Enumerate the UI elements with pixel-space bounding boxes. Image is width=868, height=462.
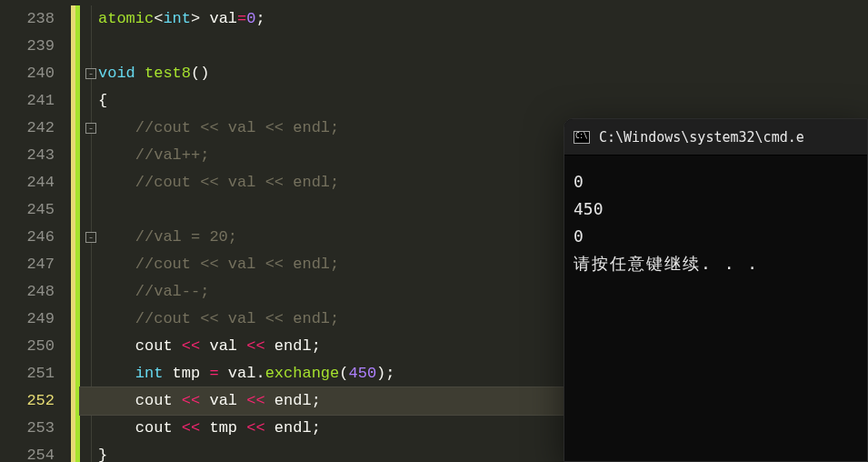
console-title: C:\Windows\system32\cmd.e [599, 129, 804, 146]
fold-toggle-icon[interactable]: - [85, 232, 96, 243]
cmd-icon [574, 131, 590, 144]
code-token: ; [255, 10, 264, 27]
line-number: 245 [0, 196, 55, 224]
change-marker [71, 5, 80, 33]
code-token: << [246, 337, 264, 355]
code-token: //val = 20; [98, 228, 237, 246]
code-token: ; [385, 365, 394, 382]
line-number: 251 [0, 360, 55, 387]
change-marker [71, 115, 80, 142]
line-number: 246 [0, 224, 55, 251]
code-token [135, 65, 145, 82]
code-token: = [209, 365, 218, 382]
code-token: int [135, 365, 164, 382]
line-number: 243 [0, 142, 55, 169]
code-token: } [98, 447, 107, 462]
console-output-line: 0 [574, 168, 858, 196]
code-token: 0 [246, 10, 255, 27]
change-marker [71, 333, 80, 360]
change-marker [71, 442, 80, 462]
console-output-line: 450 [574, 196, 858, 223]
code-token: ; [312, 337, 321, 355]
change-marker [71, 306, 80, 333]
console-titlebar[interactable]: C:\Windows\system32\cmd.e [564, 119, 867, 156]
change-marker-column [71, 0, 80, 462]
code-token: << [246, 419, 264, 437]
code-token: val [209, 10, 237, 27]
line-number: 249 [0, 306, 55, 333]
code-token: //cout << val << endl; [98, 310, 339, 327]
code-token: void [98, 65, 135, 82]
code-token: ; [312, 392, 321, 409]
code-token: { [98, 92, 107, 109]
code-token: int [163, 10, 191, 27]
code-token: atomic [98, 10, 154, 27]
fold-toggle-icon[interactable]: - [85, 68, 96, 79]
console-output[interactable]: 04500请按任意键继续. . . [564, 156, 867, 290]
line-number-gutter: 2382392402412422432442452462472482492502… [0, 0, 71, 462]
line-number: 247 [0, 251, 55, 278]
line-number: 248 [0, 278, 55, 306]
console-output-line: 请按任意键继续. . . [574, 250, 858, 277]
code-token: () [191, 65, 209, 82]
change-marker [71, 387, 80, 415]
line-number: 242 [0, 115, 55, 142]
code-token: > [191, 10, 209, 27]
code-line[interactable] [80, 33, 868, 60]
code-token: tmp [200, 419, 246, 437]
code-token: //cout << val << endl; [98, 256, 339, 273]
change-marker [71, 360, 80, 387]
change-marker [71, 415, 80, 442]
change-marker [71, 224, 80, 251]
code-line[interactable]: { [80, 87, 868, 115]
code-token: tmp [163, 365, 209, 382]
line-number: 240 [0, 60, 55, 87]
code-token: val [200, 392, 246, 409]
code-token: //val--; [98, 283, 209, 300]
change-marker [71, 278, 80, 306]
code-token: 450 [348, 365, 376, 382]
line-number: 244 [0, 169, 55, 196]
code-token: //cout << val << endl; [98, 119, 339, 136]
code-token: < [154, 10, 163, 27]
line-number: 238 [0, 5, 55, 33]
line-number: 252 [0, 387, 55, 415]
change-marker [71, 169, 80, 196]
code-token: val [219, 365, 256, 382]
console-output-line: 0 [574, 223, 858, 250]
change-marker [71, 87, 80, 115]
code-token: cout [98, 392, 182, 409]
code-token: endl [265, 392, 312, 409]
change-marker [71, 33, 80, 60]
line-number: 253 [0, 415, 55, 442]
code-token: = [237, 10, 246, 27]
code-token: << [182, 392, 200, 409]
code-token: endl [265, 337, 312, 355]
code-token: ( [339, 365, 348, 382]
code-token: cout [98, 419, 182, 437]
change-marker [71, 60, 80, 87]
line-number: 254 [0, 442, 55, 462]
code-token: val [200, 337, 246, 355]
code-token: exchange [265, 365, 340, 382]
code-line[interactable]: -void test8() [80, 60, 868, 87]
line-number: 239 [0, 33, 55, 60]
code-token: . [255, 365, 264, 382]
code-token: //cout << val << endl; [98, 174, 339, 191]
change-marker [71, 142, 80, 169]
code-token: ; [312, 419, 321, 437]
code-token: //val++; [98, 146, 209, 164]
line-number: 241 [0, 87, 55, 115]
fold-toggle-icon[interactable]: - [85, 123, 96, 134]
code-token: ) [376, 365, 385, 382]
console-window[interactable]: C:\Windows\system32\cmd.e 04500请按任意键继续. … [564, 118, 868, 462]
code-line[interactable]: atomic<int> val=0; [80, 5, 868, 33]
code-token: endl [265, 419, 312, 437]
code-token: << [182, 337, 200, 355]
code-token: cout [98, 337, 182, 355]
code-token: << [182, 419, 200, 437]
change-marker [71, 251, 80, 278]
code-token: test8 [145, 65, 191, 82]
change-marker [71, 196, 80, 224]
code-token [98, 365, 135, 382]
